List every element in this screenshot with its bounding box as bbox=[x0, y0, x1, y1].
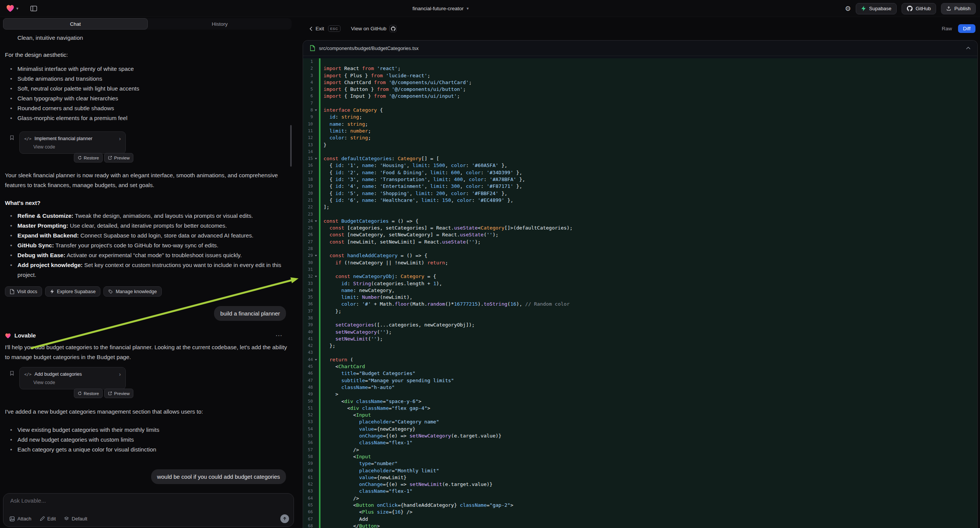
bullet-dot: • bbox=[5, 250, 18, 260]
bullet-dot: • bbox=[5, 240, 18, 250]
bookmark-icon[interactable] bbox=[10, 134, 14, 143]
code-lines[interactable]: 12import React from 'react';3import { Pl… bbox=[303, 56, 977, 528]
chat-input[interactable] bbox=[10, 497, 287, 504]
upload-icon bbox=[946, 6, 951, 11]
fold-chevron-icon bbox=[315, 359, 317, 361]
chat-panel: Chat History Clean, intuitive navigation… bbox=[0, 17, 302, 528]
code-line: 52 <Input bbox=[303, 412, 977, 418]
assistant-paragraph: I'll help you add budget categories to t… bbox=[5, 342, 288, 362]
code-line: 29 const handleAddCategory = () => { bbox=[303, 252, 977, 259]
code-line: 60 placeholder="Monthly limit" bbox=[303, 468, 977, 474]
project-switcher[interactable]: financial-future-creator ▾ bbox=[412, 6, 469, 11]
arrow-up-icon bbox=[283, 517, 287, 521]
code-line: 49 > bbox=[303, 391, 977, 398]
code-line: 51 <div className="flex gap-4"> bbox=[303, 405, 977, 412]
code-line: 1 bbox=[303, 58, 977, 65]
suggestion-chips: Visit docs Explore Supabase Manage knowl… bbox=[5, 286, 288, 297]
view-on-github-link[interactable]: View on GitHub bbox=[351, 25, 397, 32]
collapse-button[interactable] bbox=[966, 46, 970, 49]
restore-button[interactable]: Restore bbox=[74, 153, 103, 162]
edit-button[interactable]: Edit bbox=[40, 516, 56, 522]
list-item: •Add project knowledge: Set key context … bbox=[5, 260, 288, 280]
user-message-row: would be cool if you could add budget ca… bbox=[5, 469, 286, 484]
code-line: 37 }; bbox=[303, 308, 977, 315]
supabase-button[interactable]: Supabase bbox=[856, 3, 897, 14]
diff-button[interactable]: Diff bbox=[958, 24, 975, 33]
view-code-link[interactable]: View code bbox=[33, 144, 121, 150]
bullet-dot: • bbox=[5, 211, 18, 221]
settings-gear-icon[interactable]: ⚙ bbox=[845, 5, 851, 13]
attach-button[interactable]: Attach bbox=[10, 516, 32, 522]
topbar: ▾ financial-future-creator ▾ ⚙ Supabase … bbox=[0, 0, 980, 17]
chat-scrollbar-thumb[interactable] bbox=[290, 125, 292, 167]
fold-chevron-icon bbox=[315, 220, 317, 222]
assistant-message-header: Lovable ⋯ bbox=[5, 331, 288, 340]
project-title: financial-future-creator bbox=[412, 6, 464, 11]
version-card-implement-financial-planner[interactable]: </> Implement financial planner › View c… bbox=[19, 132, 126, 154]
logo-chevron-down-icon[interactable]: ▾ bbox=[16, 6, 19, 11]
send-button[interactable] bbox=[280, 514, 289, 523]
composer-toolbar: Attach Edit Default bbox=[10, 514, 289, 523]
code-line: 31 bbox=[303, 266, 977, 273]
message-menu-button[interactable]: ⋯ bbox=[275, 331, 283, 340]
code-container: src/components/budget/BudgetCategories.t… bbox=[303, 40, 978, 528]
file-icon bbox=[310, 45, 315, 51]
code-panel: Exit ESC View on GitHub Raw Diff src/com… bbox=[302, 17, 980, 528]
chat-history-tabs: Chat History bbox=[3, 18, 292, 30]
preview-button[interactable]: Preview bbox=[104, 153, 134, 162]
code-line: 40 setNewCategory(''); bbox=[303, 329, 977, 336]
explore-supabase-button[interactable]: Explore Supabase bbox=[45, 286, 100, 297]
code-line: 12 color: string; bbox=[303, 134, 977, 141]
exit-button[interactable]: Exit ESC bbox=[310, 25, 340, 32]
github-button[interactable]: GitHub bbox=[902, 3, 936, 14]
version-card-row: </> Implement financial planner › View c… bbox=[10, 132, 288, 154]
raw-button[interactable]: Raw bbox=[942, 26, 952, 32]
message-line: For the design aesthetic: bbox=[5, 50, 288, 60]
view-code-link[interactable]: View code bbox=[33, 380, 121, 386]
visit-docs-button[interactable]: Visit docs bbox=[5, 286, 42, 297]
code-line: 45 <ChartCard bbox=[303, 363, 977, 370]
preview-button[interactable]: Preview bbox=[104, 389, 134, 398]
version-card-add-budget-categories[interactable]: </> Add budget categories › View code bbox=[19, 367, 126, 390]
added-bullet-list: •View existing budget categories with th… bbox=[5, 425, 288, 455]
mode-selector-button[interactable]: Default bbox=[64, 516, 87, 522]
code-line: 68 </Button> bbox=[303, 523, 977, 528]
code-line: 63 className="flex-1" bbox=[303, 488, 977, 495]
bullet-dot: • bbox=[5, 94, 18, 103]
code-line: 20 { id: '5', name: 'Shopping', limit: 2… bbox=[303, 190, 977, 197]
code-line: 8interface Category { bbox=[303, 107, 977, 114]
github-icon bbox=[907, 6, 913, 11]
list-item: •View existing budget categories with th… bbox=[5, 425, 288, 435]
version-actions: Restore Preview bbox=[74, 153, 288, 162]
bookmark-icon[interactable] bbox=[10, 369, 14, 379]
manage-knowledge-button[interactable]: Manage knowledge bbox=[103, 286, 161, 297]
code-line: 15const defaultCategories: Category[] = … bbox=[303, 155, 977, 162]
file-header[interactable]: src/components/budget/BudgetCategories.t… bbox=[303, 41, 977, 56]
bullet-dot: • bbox=[5, 103, 18, 113]
tab-history[interactable]: History bbox=[148, 18, 292, 30]
tab-chat[interactable]: Chat bbox=[3, 18, 148, 30]
code-line: 56 className="flex-1" bbox=[303, 439, 977, 446]
external-link-icon bbox=[108, 156, 112, 160]
code-line: 58 <Input bbox=[303, 453, 977, 460]
list-item: •Glass-morphic elements for a premium fe… bbox=[5, 113, 288, 123]
code-line: 2import React from 'react'; bbox=[303, 65, 977, 72]
restore-button[interactable]: Restore bbox=[74, 389, 103, 398]
code-line: 27 const [newLimit, setNewLimit] = React… bbox=[303, 239, 977, 245]
bullet-dot: • bbox=[5, 231, 18, 240]
file-path: src/components/budget/BudgetCategories.t… bbox=[319, 45, 418, 51]
supabase-icon bbox=[50, 289, 54, 294]
code-line: 33 id: String(categories.length + 1), bbox=[303, 280, 977, 287]
list-item: •Refine & Customize: Tweak the design, a… bbox=[5, 211, 288, 221]
sidebar-toggle-button[interactable] bbox=[30, 6, 37, 11]
code-line: 23 bbox=[303, 211, 977, 218]
publish-button[interactable]: Publish bbox=[941, 3, 976, 14]
lovable-heart-icon bbox=[5, 333, 11, 339]
lovable-logo-icon[interactable] bbox=[6, 5, 14, 12]
code-line: 42 }; bbox=[303, 342, 977, 349]
fold-chevron-icon bbox=[315, 255, 317, 256]
bullet-dot: • bbox=[5, 74, 18, 84]
version-card-row: </> Add budget categories › View code bbox=[10, 367, 288, 390]
bullet-dot: • bbox=[5, 260, 18, 280]
code-line: 10 name: string; bbox=[303, 121, 977, 128]
